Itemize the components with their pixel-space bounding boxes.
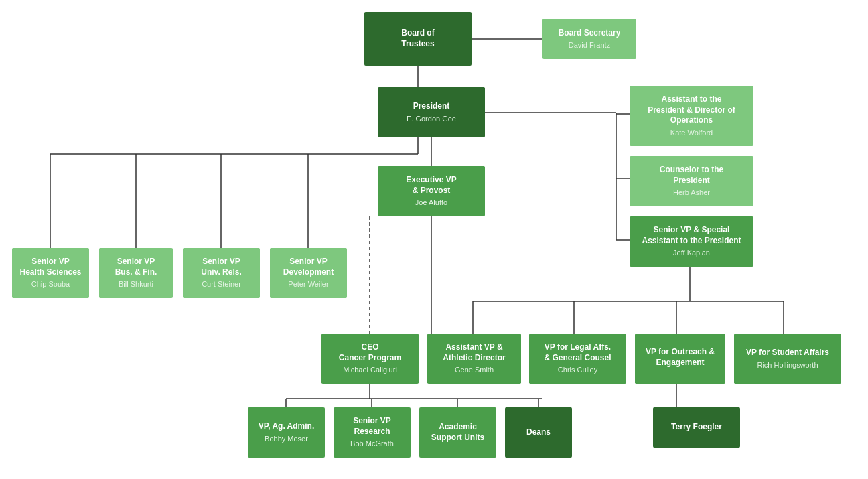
terry-node: Terry Foegler bbox=[653, 407, 740, 448]
ath-dir-name: Gene Smith bbox=[455, 365, 494, 374]
board-of-trustees-node: Board ofTrustees bbox=[364, 12, 472, 66]
board-title: Board ofTrustees bbox=[401, 28, 434, 49]
president-name: E. Gordon Gee bbox=[407, 114, 456, 123]
asst-president-node: Assistant to thePresident & Director ofO… bbox=[630, 86, 753, 146]
org-chart: Board ofTrustees Board Secretary David F… bbox=[0, 0, 868, 479]
vp-outreach-title: VP for Outreach &Engagement bbox=[646, 347, 715, 368]
president-title: President bbox=[413, 101, 450, 112]
ceo-name: Michael Caligiuri bbox=[343, 365, 397, 374]
svp-dev-title: Senior VPDevelopment bbox=[283, 257, 334, 277]
svp-special-asst-node: Senior VP & SpecialAssistant to the Pres… bbox=[630, 216, 753, 267]
evp-name: Joe Alutto bbox=[415, 198, 447, 207]
board-sec-name: David Frantz bbox=[569, 40, 610, 50]
vp-legal-node: VP for Legal Affs.& General Cousel Chris… bbox=[529, 334, 626, 384]
svp-health-node: Senior VPHealth Sciences Chip Souba bbox=[12, 248, 89, 298]
board-secretary-node: Board Secretary David Frantz bbox=[542, 19, 636, 59]
asst-pres-name: Kate Wolford bbox=[670, 128, 713, 137]
vp-ag-title: VP, Ag. Admin. bbox=[259, 421, 315, 432]
counselor-name: Herb Asher bbox=[673, 188, 710, 197]
svp-univ-name: Curt Steiner bbox=[202, 279, 241, 289]
board-sec-title: Board Secretary bbox=[559, 28, 621, 39]
vp-student-name: Rich Hollingsworth bbox=[757, 360, 818, 370]
svp-research-name: Bob McGrath bbox=[350, 439, 394, 448]
vp-student-node: VP for Student Affairs Rich Hollingswort… bbox=[734, 334, 841, 384]
svp-bus-title: Senior VPBus. & Fin. bbox=[115, 257, 157, 277]
asst-vp-ath-node: Assistant VP &Athletic Director Gene Smi… bbox=[427, 334, 521, 384]
deans-title: Deans bbox=[526, 427, 551, 438]
president-node: President E. Gordon Gee bbox=[378, 87, 485, 137]
ceo-cancer-node: CEOCancer Program Michael Caligiuri bbox=[321, 334, 419, 384]
vp-student-title: VP for Student Affairs bbox=[746, 348, 829, 358]
vp-ag-node: VP, Ag. Admin. Bobby Moser bbox=[248, 407, 325, 458]
vp-legal-title: VP for Legal Affs.& General Cousel bbox=[544, 342, 611, 363]
svp-health-title: Senior VPHealth Sciences bbox=[19, 257, 81, 277]
vp-outreach-node: VP for Outreach &Engagement bbox=[635, 334, 725, 384]
terry-title: Terry Foegler bbox=[671, 422, 722, 433]
svp-bus-name: Bill Shkurti bbox=[119, 279, 153, 289]
evp-provost-node: Executive VP& Provost Joe Alutto bbox=[378, 166, 485, 216]
acad-support-node: AcademicSupport Units bbox=[419, 407, 496, 458]
evp-title: Executive VP& Provost bbox=[406, 175, 456, 196]
counselor-title: Counselor to thePresident bbox=[660, 165, 723, 186]
svp-dev-node: Senior VPDevelopment Peter Weiler bbox=[270, 248, 347, 298]
svp-univ-node: Senior VPUniv. Rels. Curt Steiner bbox=[183, 248, 260, 298]
acad-support-title: AcademicSupport Units bbox=[431, 422, 484, 443]
svp-univ-title: Senior VPUniv. Rels. bbox=[201, 257, 241, 277]
counselor-node: Counselor to thePresident Herb Asher bbox=[630, 156, 753, 206]
asst-pres-title: Assistant to thePresident & Director ofO… bbox=[648, 94, 735, 126]
svp-bus-node: Senior VPBus. & Fin. Bill Shkurti bbox=[99, 248, 173, 298]
svp-research-node: Senior VPResearch Bob McGrath bbox=[334, 407, 411, 458]
svp-research-title: Senior VPResearch bbox=[353, 416, 391, 437]
svp-sp-title: Senior VP & SpecialAssistant to the Pres… bbox=[642, 225, 741, 246]
vp-legal-name: Chris Culley bbox=[558, 365, 597, 374]
vp-ag-name: Bobby Moser bbox=[265, 434, 308, 443]
svp-sp-name: Jeff Kaplan bbox=[673, 248, 710, 257]
ceo-title: CEOCancer Program bbox=[339, 342, 401, 363]
ath-dir-title: Assistant VP &Athletic Director bbox=[443, 342, 505, 363]
deans-node: Deans bbox=[505, 407, 572, 458]
svp-dev-name: Peter Weiler bbox=[288, 279, 328, 289]
svp-health-name: Chip Souba bbox=[31, 279, 70, 289]
